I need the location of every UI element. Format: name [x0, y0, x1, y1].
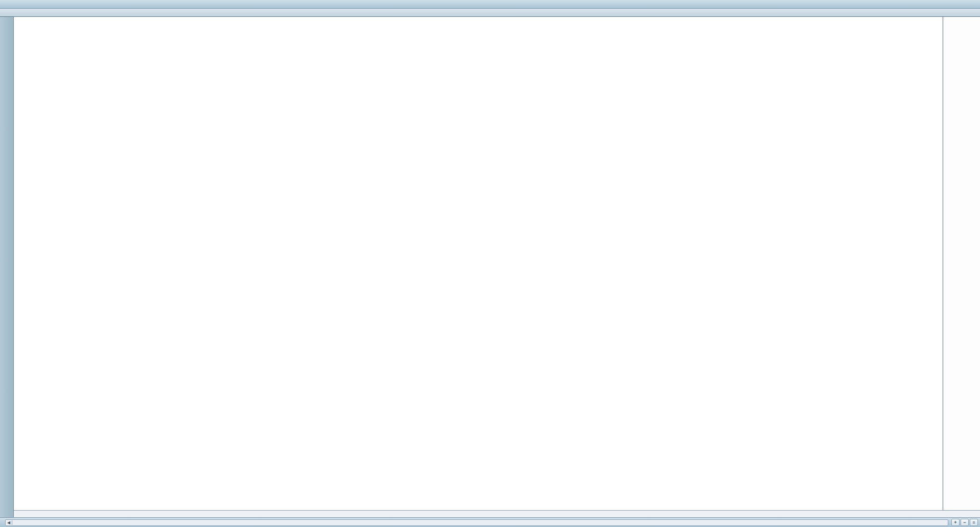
indicator-toolbar	[0, 9, 980, 17]
date-axis[interactable]	[0, 510, 980, 518]
top-toolbar	[0, 0, 980, 9]
scroll-left-arrow[interactable]: ◀	[6, 520, 12, 525]
zoom-in-button[interactable]: +	[951, 519, 960, 526]
price-axis[interactable]	[943, 17, 980, 527]
drawing-tools-sidebar	[0, 17, 14, 527]
bottom-toolbar: ◀ + − ≡	[0, 517, 980, 527]
axis-menu-button[interactable]: ≡	[970, 519, 978, 526]
horizontal-scrollbar[interactable]: ◀	[5, 519, 948, 526]
chart-canvas[interactable]	[0, 0, 980, 527]
trading-platform-window: ◀ + − ≡	[0, 0, 980, 527]
zoom-out-button[interactable]: −	[961, 519, 969, 526]
